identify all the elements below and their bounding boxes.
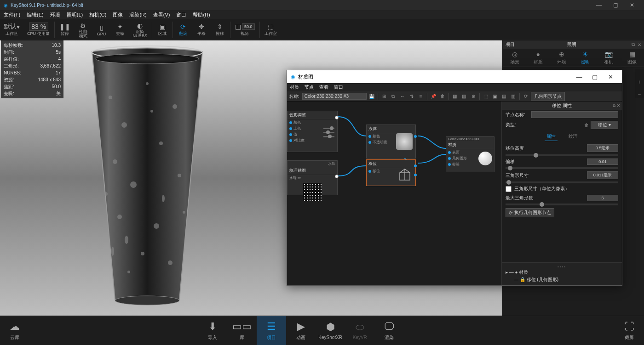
tool-icon-7[interactable]: ▨	[460, 92, 468, 101]
menu-view[interactable]: 查看(V)	[153, 11, 170, 18]
import-button[interactable]: ⬇导入	[198, 316, 227, 345]
menu-camera[interactable]: 相机(C)	[89, 11, 106, 18]
tab-image[interactable]: ▦图像	[627, 51, 637, 65]
undock-icon[interactable]: ⧉	[632, 42, 635, 47]
tool-icon-11[interactable]: ▤	[500, 92, 508, 101]
panel-close-icon[interactable]: ✕	[638, 42, 641, 47]
maximize-button[interactable]: ▢	[607, 2, 624, 8]
tool-icon-3[interactable]: ↔	[398, 92, 407, 101]
pin-icon[interactable]: 📌	[429, 92, 437, 101]
tripx-checkbox[interactable]	[506, 186, 512, 192]
library-button[interactable]: ▭▭库	[227, 316, 257, 345]
svg-point-7	[113, 159, 117, 164]
tool-icon-4[interactable]: ⇅	[408, 92, 416, 101]
offset-slider[interactable]	[506, 167, 618, 169]
nurbs-button[interactable]: ◐渲染 NURBS	[129, 20, 151, 40]
pause-button[interactable]: ❚❚暂停	[56, 20, 74, 40]
trisize-value[interactable]: 0.011毫米	[587, 171, 618, 179]
save-icon[interactable]: 💾	[368, 92, 376, 101]
type-dropdown[interactable]: 移位 ▾	[591, 121, 618, 129]
tab-lighting[interactable]: ☀照明	[581, 51, 590, 65]
menu-lighting[interactable]: 照明(L)	[67, 11, 83, 18]
subtab-properties[interactable]: 属性	[545, 132, 558, 141]
screenshot-button[interactable]: ⛶截屏	[615, 316, 644, 345]
maxtri-slider[interactable]	[506, 204, 618, 205]
vr-button[interactable]: ⬭KeyVR	[345, 316, 374, 345]
offset-value[interactable]: 0.01	[587, 158, 618, 165]
mg-name-input[interactable]	[302, 93, 367, 100]
node-graph-canvas[interactable]: 色彩调整 颜色 上色 值 对比度 水珠 纹理贴图 水珠.tif 液体 颜色 不透…	[287, 102, 501, 285]
file-name: - untitled.bip	[44, 3, 69, 8]
svg-point-2	[115, 296, 179, 305]
animation-button[interactable]: ▶动画	[286, 316, 316, 345]
tool-icon-10[interactable]: ▣	[491, 92, 499, 101]
tab-env[interactable]: ⊕环境	[557, 51, 566, 65]
mg-menu-view[interactable]: 查看	[319, 84, 328, 90]
height-value[interactable]: 0.5毫米	[587, 144, 618, 152]
tool-icon-6[interactable]: ▦	[451, 92, 459, 101]
execute-geom-button[interactable]: ⟳ 执行几何图形节点	[506, 208, 554, 217]
minimize-button[interactable]: —	[591, 2, 607, 8]
node-liquid[interactable]: 液体 颜色 不透明度	[366, 124, 416, 158]
tool-icon-8[interactable]: ⊕	[469, 92, 477, 101]
cloud-button[interactable]: ☁云库	[0, 316, 29, 345]
tab-scene[interactable]: ◎场景	[510, 51, 519, 65]
tool-icon-9[interactable]: ⬚	[482, 92, 490, 101]
pan-button[interactable]: ✥平移	[192, 20, 211, 40]
node-name-input[interactable]	[531, 111, 618, 118]
remove-icon[interactable]: －	[637, 90, 642, 98]
dolly-button[interactable]: ⇕推移	[211, 20, 229, 40]
menu-image[interactable]: 图像	[113, 11, 123, 18]
tab-material[interactable]: ●材质	[534, 51, 543, 65]
menu-edit[interactable]: 编辑(E)	[27, 11, 44, 18]
render-button[interactable]: 🖵渲染	[374, 316, 404, 345]
subtab-texture[interactable]: 纹理	[567, 132, 580, 141]
menu-help[interactable]: 帮助(H)	[193, 11, 210, 18]
tumble-button[interactable]: ⟳翻滚	[174, 20, 192, 40]
mg-maximize[interactable]: ▢	[587, 74, 603, 80]
geom-nodes-button[interactable]: 几何图形节点	[531, 92, 565, 101]
tree-material[interactable]: ▸ — ● 材质	[506, 269, 618, 276]
perf-mode-button[interactable]: ⚙性能 模式	[74, 20, 92, 40]
tool-icon-12[interactable]: ▥	[509, 92, 518, 101]
delete-icon[interactable]: 🗑	[584, 123, 589, 128]
mg-menu-window[interactable]: 窗口	[334, 84, 343, 90]
menu-file[interactable]: 文件(F)	[4, 11, 20, 18]
preset-dropdown[interactable]: 默认 ▾工作区	[0, 20, 23, 40]
mg-close[interactable]: ✕	[603, 74, 618, 80]
trisize-slider[interactable]	[506, 181, 618, 183]
menu-render[interactable]: 渲染(R)	[129, 11, 146, 18]
tool-icon-1[interactable]: ⊞	[380, 92, 388, 101]
mg-menu-material[interactable]: 材质	[290, 84, 299, 90]
mg-titlebar[interactable]: ◉ 材质图 — ▢ ✕	[287, 70, 622, 83]
gpu-button[interactable]: ▯GPU	[92, 20, 111, 40]
menu-env[interactable]: 环境	[50, 11, 60, 18]
studio-button[interactable]: ⬚工作室	[261, 20, 281, 40]
node-material[interactable]: Color:230:230:230 #3 材质 表面 几何图形 标签	[446, 136, 494, 172]
add-icon[interactable]: ＋	[637, 78, 642, 86]
tab-camera[interactable]: 📷相机	[604, 51, 613, 65]
mg-minimize[interactable]: —	[571, 74, 587, 80]
svg-point-6	[172, 104, 177, 109]
tool-icon-2[interactable]: ⧉	[389, 92, 397, 101]
denoise-button[interactable]: ✦去噪	[111, 20, 129, 40]
stats-overlay: 每秒帧数:10.3 时间:5s 采样值:4 三角形:3,667,622 NURB…	[1, 40, 63, 98]
close-button[interactable]: ✕	[624, 2, 640, 8]
tree-displacement[interactable]: — 🔒 移位 (几何图形)	[506, 276, 618, 283]
node-texture[interactable]: 水珠 纹理贴图 水珠.tif	[287, 160, 338, 195]
xr-button[interactable]: ⬢KeyShotXR	[316, 316, 345, 345]
mg-menu-node[interactable]: 节点	[305, 84, 314, 90]
mg-side-undock[interactable]: ⧉ ✕	[613, 103, 620, 108]
trash-icon[interactable]: 🗑	[438, 92, 447, 101]
maxtri-value[interactable]: 6	[587, 195, 618, 201]
fov-button[interactable]: ◫ 50.0视角	[231, 20, 259, 40]
node-displacement[interactable]: 移位 移位	[366, 159, 416, 186]
cpu-usage[interactable]: 83 %CPU 使用量	[23, 20, 53, 40]
node-color-adjust[interactable]: 色彩调整 颜色 上色 值 对比度	[287, 111, 338, 152]
project-button[interactable]: ☰项目	[257, 316, 286, 345]
tool-icon-5[interactable]: ≡	[417, 92, 425, 101]
refresh-icon[interactable]: ⟳	[522, 92, 530, 101]
region-button[interactable]: ▣区域	[153, 20, 172, 40]
menu-window[interactable]: 窗口	[176, 11, 186, 18]
height-slider[interactable]	[506, 154, 618, 156]
